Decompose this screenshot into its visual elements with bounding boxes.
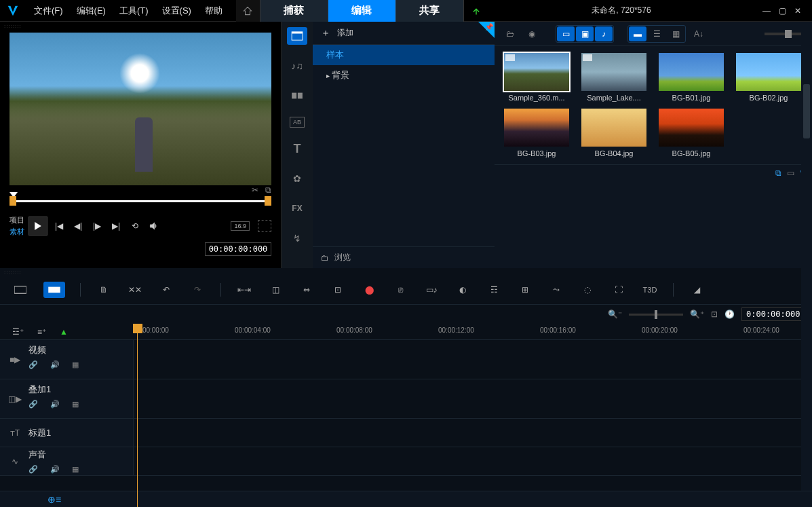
resize-icon[interactable] — [258, 220, 271, 232]
thumbnail-item[interactable]: BG-B05.jpg — [656, 109, 727, 157]
track-mute-icon[interactable]: 🔊 — [50, 360, 60, 369]
color-icon[interactable]: ◐ — [455, 282, 471, 298]
add-track-icon[interactable]: ⊕≡ — [47, 494, 61, 505]
track-header[interactable]: ᴛT 标题1 — [0, 419, 133, 447]
storyboard-view-icon[interactable] — [12, 282, 28, 298]
filter-audio-icon[interactable]: ♪ — [595, 26, 613, 41]
track-mute-icon[interactable]: 🔊 — [50, 400, 60, 409]
trim-bar[interactable] — [9, 195, 271, 206]
fit-clip-icon[interactable]: ⇤⇥ — [236, 282, 252, 298]
graphic-category-icon[interactable]: ✿ — [287, 170, 307, 187]
chapter-icon[interactable]: ☶ — [486, 282, 502, 298]
sort-icon[interactable]: A↓ — [690, 26, 708, 41]
track-toggle-icon[interactable]: ≡⁺ — [37, 327, 46, 337]
thumb-size-slider[interactable] — [765, 33, 805, 35]
preview-timecode[interactable]: 00:00:00:000 — [205, 242, 271, 256]
zoom-out-icon[interactable]: 🔍⁻ — [608, 309, 622, 319]
tab-share[interactable]: 共享 — [396, 0, 464, 22]
timeline-view-icon[interactable] — [43, 282, 65, 298]
snap-icon[interactable]: ⊡ — [330, 282, 346, 298]
track-fx-icon[interactable]: ▦ — [72, 400, 79, 409]
time-ruler[interactable]: 00:00:00:0000:00:04:0000:00:08:0000:00:1… — [133, 324, 812, 339]
timeline-playhead[interactable] — [133, 324, 142, 333]
thumbnail-item[interactable]: Sample_Lake.... — [579, 53, 649, 102]
maximize-button[interactable]: ▢ — [779, 6, 786, 16]
track-header[interactable]: ∿ 声音 🔗 🔊 ▦ — [0, 447, 133, 475]
zoom-slider[interactable] — [629, 314, 683, 316]
track-body[interactable] — [133, 340, 812, 379]
menu-edit[interactable]: 编辑(E) — [70, 5, 113, 17]
thumbnail-item[interactable]: BG-B04.jpg — [579, 109, 649, 157]
undo-icon[interactable]: ↶ — [158, 282, 174, 298]
browse-row[interactable]: 🗀 浏览 — [313, 246, 495, 268]
play-button[interactable] — [28, 217, 47, 236]
menu-file[interactable]: 文件(F) — [27, 5, 70, 17]
track-body[interactable] — [133, 419, 812, 447]
volume-button[interactable] — [147, 219, 161, 233]
upload-icon[interactable] — [464, 0, 488, 22]
cut-icon[interactable]: ✂ — [252, 185, 258, 195]
track-header[interactable]: ◫▶ 叠加1 🔗 🔊 ▦ — [0, 379, 133, 418]
record-icon[interactable]: ⬤ — [361, 282, 377, 298]
insert-media-icon[interactable]: 🗎 — [96, 282, 112, 298]
audio-mix-icon[interactable]: ⎚ — [392, 282, 408, 298]
audio-category-icon[interactable]: ♪♫ — [287, 57, 307, 75]
thumbnail-item[interactable]: BG-B03.jpg — [501, 109, 572, 157]
menu-help[interactable]: 帮助 — [198, 5, 229, 17]
add-folder-row[interactable]: ＋ 添加 📌 — [313, 22, 495, 45]
track-mute-icon[interactable]: 🔊 — [50, 465, 60, 474]
view-tile-icon[interactable]: ▬ — [629, 26, 646, 41]
view-grid-icon[interactable]: ▦ — [667, 26, 684, 41]
fx-category-icon[interactable]: FX — [287, 200, 307, 217]
trim-in-handle[interactable] — [9, 196, 16, 206]
thumbnail-item[interactable]: Sample_360.m... — [501, 53, 572, 102]
title-category-icon[interactable]: AB — [290, 117, 305, 128]
tree-item-sample[interactable]: 样本 — [313, 45, 495, 65]
paint-icon[interactable]: ◢ — [689, 282, 705, 298]
track-fx-icon[interactable]: ▦ — [72, 465, 79, 474]
track-body[interactable] — [133, 447, 812, 475]
close-button[interactable]: ✕ — [794, 6, 801, 16]
menu-settings[interactable]: 设置(S) — [155, 5, 198, 17]
tab-capture[interactable]: 捕获 — [260, 0, 328, 22]
track-link-icon[interactable]: 🔗 — [28, 400, 38, 409]
import-icon[interactable]: 🗁 — [501, 26, 519, 41]
tools-icon[interactable]: ✕✕ — [127, 282, 143, 298]
thumbnail-item[interactable]: BG-B02.jpg — [733, 53, 804, 102]
split-icon[interactable]: ⧉ — [265, 185, 271, 195]
text-category-icon[interactable]: T — [287, 140, 307, 157]
home-button[interactable] — [236, 0, 260, 22]
fit-timeline-icon[interactable]: ⊡ — [711, 309, 718, 319]
prev-frame-button[interactable]: ◀| — [71, 219, 85, 233]
crop-icon[interactable]: ◫ — [267, 282, 284, 298]
pan-zoom-icon[interactable]: ⇔ — [298, 282, 315, 298]
timeline-timecode[interactable]: 0:00:00:000 — [741, 307, 803, 321]
clip-mode-label[interactable]: 素材 — [9, 227, 24, 237]
motion-icon[interactable]: ⤳ — [548, 282, 564, 298]
track-header[interactable]: ■▶ 视频 🔗 🔊 ▦ — [0, 340, 133, 379]
multicam-icon[interactable]: ⛶ — [611, 282, 627, 298]
marker-icon[interactable]: ▲ — [60, 327, 68, 337]
next-frame-button[interactable]: |▶ — [90, 219, 104, 233]
transition-category-icon[interactable] — [287, 87, 307, 105]
tree-item-background[interactable]: 背景 — [313, 65, 495, 86]
clock-icon[interactable]: 🕐 — [724, 309, 735, 319]
3d-title-icon[interactable]: T3D — [642, 282, 658, 298]
filter-photo-icon[interactable]: ▣ — [576, 26, 594, 41]
menu-tools[interactable]: 工具(T) — [113, 5, 155, 17]
track-body[interactable] — [133, 379, 812, 418]
thumbnail-item[interactable]: BG-B01.jpg — [656, 53, 727, 102]
go-start-button[interactable]: |◀ — [52, 219, 66, 233]
auto-music-icon[interactable]: ▭♪ — [423, 282, 440, 298]
track-link-icon[interactable]: 🔗 — [28, 360, 38, 369]
subtitle-icon[interactable]: ⊞ — [517, 282, 533, 298]
trim-out-handle[interactable] — [265, 196, 271, 206]
tab-edit[interactable]: 编辑 — [328, 0, 396, 22]
lib-footer-icon1[interactable]: ⧉ — [775, 168, 781, 178]
preview-video[interactable] — [9, 33, 271, 185]
minimize-button[interactable]: — — [762, 6, 771, 16]
track-link-icon[interactable]: 🔗 — [28, 465, 38, 474]
timeline-scrollbar[interactable] — [801, 30, 812, 491]
zoom-in-icon[interactable]: 🔍⁺ — [690, 309, 704, 319]
capture-icon[interactable]: ◉ — [523, 26, 541, 41]
